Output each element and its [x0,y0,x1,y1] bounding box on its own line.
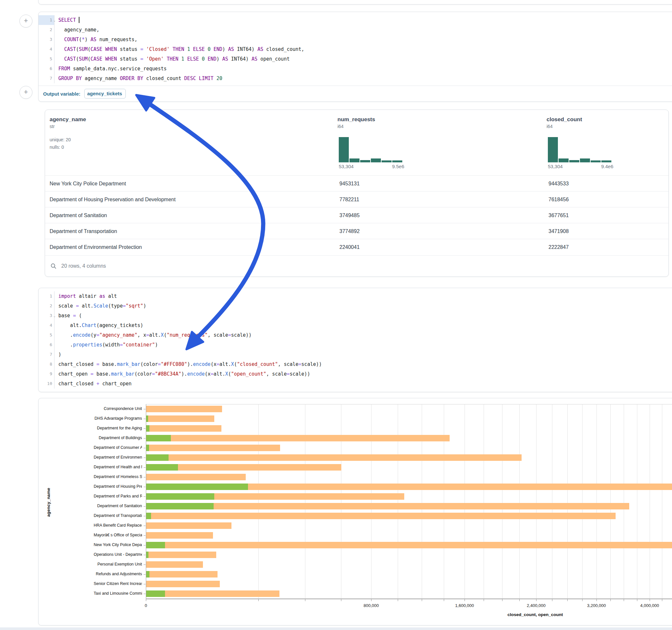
chart-x-tick [341,599,341,601]
bar-closed-count [146,415,214,422]
bar-open-count [146,425,149,432]
chart-gridline [650,404,650,599]
chart-y-tick [144,545,146,546]
chart-x-tick [662,599,662,601]
chart-y-tick [144,477,146,477]
bar-open-count [146,571,149,578]
chart-x-tick [258,599,259,601]
chart-gridline [502,404,502,599]
bar-closed-count [146,445,280,451]
chart-gridline [637,404,637,599]
column-header-agency-name[interactable]: agency_name str unique: 20 nulls: 0 [50,116,86,151]
chart-y-tick [144,564,146,565]
bar-open-count [146,552,148,558]
chart-gridline [341,404,341,599]
sql-cell: 1⌄234567 SELECT agency_name, COUNT(*) AS… [38,12,672,102]
table-cell: 3677651 [549,208,569,223]
chart-x-tick-label: 1,600,000 [455,603,474,608]
chart-y-tick [144,419,146,419]
chart-y-axis-label: New York City Police Department [94,542,142,547]
bar-open-count [146,435,171,441]
bar-open-count [146,513,151,519]
page-bottom-strip [0,627,672,630]
python-code-editor[interactable]: 123⌄45678910 import altair as altscale =… [39,288,672,392]
bar-closed-count [146,571,217,578]
line-number-gutter: 123⌄45678910 [39,291,54,389]
bar-closed-count [146,523,232,529]
chart-gridline [582,404,582,599]
chart-y-tick [144,574,146,575]
table-cell: 7782211 [339,192,359,208]
chart-gridline [484,404,484,599]
chart-y-tick [144,467,146,468]
column-meta-nulls: nulls: 0 [50,144,86,151]
column-header-closed-count[interactable]: closed_count i64 [547,116,582,129]
column-meta-unique: unique: 20 [50,136,86,144]
add-cell-button[interactable]: + [20,15,32,28]
table-row[interactable]: Department of Environmental Protection22… [45,239,668,255]
chart-gridline [398,404,398,599]
sql-code-editor[interactable]: 1⌄234567 SELECT agency_name, COUNT(*) AS… [39,12,672,87]
column-histogram-closed-count: 53,3049.4e6 [548,137,611,162]
column-header-num-requests[interactable]: num_requests i64 [337,116,375,129]
chart-x-tick [637,599,637,601]
x-axis-domain-line [146,599,672,599]
chart-y-axis-label: Senior Citizen Rent Increase Exempti… [94,581,142,586]
chart-y-axis-label: HRA Benefit Card Replacement [94,523,142,528]
chart-y-tick [144,429,146,429]
chart-gridline [536,404,536,599]
chart-card: Correspondence UnitDHS Advantage Program… [38,398,672,626]
table-row[interactable]: Department of Transportation377489234719… [45,223,668,239]
bar-closed-count [146,552,216,558]
add-cell-button[interactable]: + [20,86,32,99]
table-cell: Department of Sanitation [50,208,107,223]
bar-open-count [146,484,248,490]
chart-x-tick [464,599,465,601]
chart-y-axis-label: Department of Buildings [94,436,142,440]
bar-closed-count [146,542,672,548]
chart-x-tick [610,599,611,601]
table-cell: 2240041 [339,239,360,255]
chart-x-tick-label: 3,200,000 [587,603,606,608]
chart-y-tick [144,448,146,448]
chart-x-tick [519,599,520,601]
fold-chevron-icon[interactable]: ⌄ [53,311,55,321]
chart-x-tick [536,599,536,601]
chart-x-axis-title: closed_count, open_count [507,612,563,617]
chart-y-tick [144,487,146,487]
chart-y-tick [144,516,146,516]
chart-x-tick [552,599,552,601]
bar-open-count [146,454,169,461]
column-histogram-num-requests: 53,3049.5e6 [339,137,402,162]
chart-x-tick [597,599,597,601]
chart-y-tick [144,409,146,409]
chart-y-tick [144,535,146,536]
chart-y-axis-label: Refunds and Adjustments [94,572,142,576]
chart-x-tick [444,599,444,601]
chart-y-axis-label: Operations Unit - Department of Hom… [94,552,142,557]
table-cell: New York City Police Department [50,176,126,192]
chart-y-tick [144,496,146,497]
bar-closed-count [146,503,629,509]
chart-gridline [464,404,465,599]
line-number-gutter: 1⌄234567 [39,15,54,83]
chart-y-axis-label: Correspondence Unit [94,406,142,411]
chart-y-axis-label: Personal Exemption Unit [94,562,142,566]
chart-gridline [422,404,422,599]
bar-open-count [146,464,178,470]
chart-gridline [552,404,552,599]
fold-chevron-icon[interactable]: ⌄ [53,16,55,25]
chart-x-tick [305,599,305,601]
bar-closed-count [146,454,522,461]
chart-y-axis-label: Department of Consumer Affairs [94,445,142,450]
search-icon[interactable] [50,263,57,269]
output-variable-input[interactable]: agency_tickets [84,89,126,98]
table-row[interactable]: New York City Police Department945313194… [45,175,668,192]
chart-x-tick [650,599,650,601]
chart-x-tick-label: 800,000 [364,603,379,608]
table-row[interactable]: Department of Sanitation37494853677651 [45,207,668,223]
bar-closed-count [146,406,222,412]
chart-x-tick [398,599,398,601]
table-row[interactable]: Department of Housing Preservation and D… [45,191,668,208]
text-cursor [79,17,79,23]
